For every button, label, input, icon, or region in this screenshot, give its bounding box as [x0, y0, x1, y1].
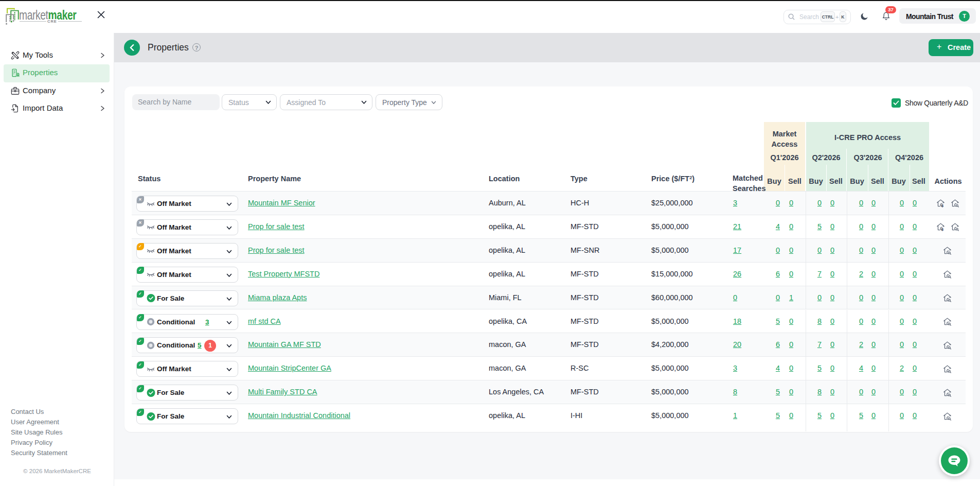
- svg-text:$: $: [941, 227, 943, 231]
- svg-text:$: $: [941, 203, 943, 207]
